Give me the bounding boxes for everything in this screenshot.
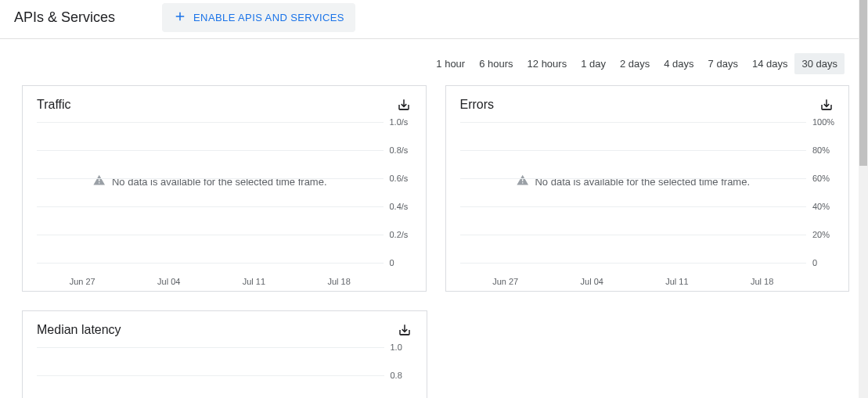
time-range-option[interactable]: 6 hours [472, 53, 520, 74]
page-title: APIs & Services [14, 9, 115, 26]
time-range-option[interactable]: 14 days [745, 53, 795, 74]
time-range-selector: 1 hour6 hours12 hours1 day2 days4 days7 … [22, 39, 849, 85]
x-tick-label: Jul 04 [581, 277, 603, 286]
chart-plot-area: No data is available for the selected ti… [460, 122, 807, 263]
x-tick-label: Jul 11 [243, 277, 265, 286]
x-tick-label: Jul 04 [157, 277, 180, 286]
enable-apis-button[interactable]: Enable APIs and Services [162, 3, 355, 32]
chart-body: No data is available for the selected ti… [23, 119, 426, 291]
no-data-text: No data is available for the selected ti… [112, 175, 327, 187]
chart-title-latency: Median latency [37, 323, 121, 337]
warning-icon [516, 174, 528, 188]
x-tick-label: Jun 27 [492, 277, 518, 286]
no-data-text: No data is available for the selected ti… [535, 175, 750, 187]
time-range-option[interactable]: 4 days [657, 53, 701, 74]
time-range-option[interactable]: 30 days [794, 53, 845, 74]
gridline [37, 178, 384, 179]
y-tick-label: 100% [808, 117, 837, 127]
y-tick-label: 40% [808, 202, 837, 211]
gridline [460, 235, 807, 235]
download-icon[interactable] [819, 97, 834, 113]
no-data-message: No data is available for the selected ti… [93, 174, 327, 188]
download-icon[interactable] [396, 97, 412, 113]
plus-icon [173, 9, 187, 26]
gridline [37, 263, 384, 264]
chart-title-traffic: Traffic [37, 98, 71, 112]
y-tick-label: 20% [808, 230, 837, 239]
svg-rect-2 [400, 334, 409, 335]
x-tick-label: Jul 11 [665, 277, 688, 286]
y-tick-label: 80% [808, 145, 837, 155]
errors-chart-card: Errors No data is available for the sele… [445, 85, 850, 292]
svg-rect-0 [399, 109, 408, 110]
gridline [460, 150, 807, 151]
charts-row-1: Traffic No data is available for the sel… [22, 85, 849, 292]
chart-title-errors: Errors [460, 98, 495, 112]
page-header: APIs & Services Enable APIs and Services [0, 0, 868, 39]
time-range-option[interactable]: 1 hour [429, 53, 472, 74]
gridline [37, 122, 384, 123]
gridline [37, 347, 384, 348]
scrollbar-thumb[interactable] [859, 0, 867, 166]
gridline [460, 263, 807, 264]
chart-body: No data is available for the selected ti… [23, 344, 427, 398]
latency-chart-card: Median latency No data is available for … [22, 310, 427, 398]
chart-plot-area: No data is available for the selected ti… [37, 347, 384, 398]
content-area: 1 hour6 hours12 hours1 day2 days4 days7 … [0, 39, 868, 398]
scrollbar-track[interactable] [859, 0, 868, 398]
no-data-message: No data is available for the selected ti… [516, 174, 750, 188]
y-tick-label: 60% [808, 174, 837, 183]
time-range-option[interactable]: 1 day [574, 53, 613, 74]
gridline [37, 206, 384, 207]
warning-icon [93, 174, 106, 188]
enable-apis-label: Enable APIs and Services [193, 12, 344, 23]
gridline [37, 235, 384, 235]
y-tick-label: 0.8 [386, 371, 416, 380]
x-axis: Jun 27Jul 04Jul 11Jul 18 [446, 277, 821, 286]
gridline [37, 375, 384, 376]
gridline [460, 122, 807, 123]
y-tick-label: 0 [385, 258, 415, 267]
y-tick-label: 0.2/s [385, 230, 415, 239]
time-range-option[interactable]: 12 hours [520, 53, 574, 74]
svg-rect-1 [823, 109, 831, 110]
chart-plot-area: No data is available for the selected ti… [37, 122, 384, 263]
gridline [37, 150, 384, 151]
time-range-option[interactable]: 7 days [701, 53, 745, 74]
charts-row-2: Median latency No data is available for … [22, 310, 849, 398]
traffic-chart-card: Traffic No data is available for the sel… [22, 85, 427, 292]
y-tick-label: 1.0 [386, 342, 416, 352]
y-tick-label: 0.6/s [385, 174, 415, 183]
chart-body: No data is available for the selected ti… [446, 119, 849, 291]
y-tick-label: 0.4/s [385, 202, 415, 211]
x-tick-label: Jun 27 [70, 277, 95, 286]
y-tick-label: 0 [808, 258, 837, 267]
x-axis: Jun 27Jul 04Jul 11Jul 18 [23, 277, 398, 286]
x-tick-label: Jul 18 [751, 277, 773, 286]
y-tick-label: 1.0/s [385, 117, 415, 127]
gridline [460, 206, 807, 207]
time-range-option[interactable]: 2 days [613, 53, 657, 74]
chart-header: Traffic [23, 86, 426, 119]
empty-slot [446, 310, 850, 398]
chart-header: Errors [446, 86, 849, 119]
download-icon[interactable] [397, 322, 412, 338]
x-tick-label: Jul 18 [327, 277, 350, 286]
chart-header: Median latency [23, 311, 427, 344]
y-tick-label: 0.8/s [385, 145, 415, 155]
gridline [460, 178, 807, 179]
